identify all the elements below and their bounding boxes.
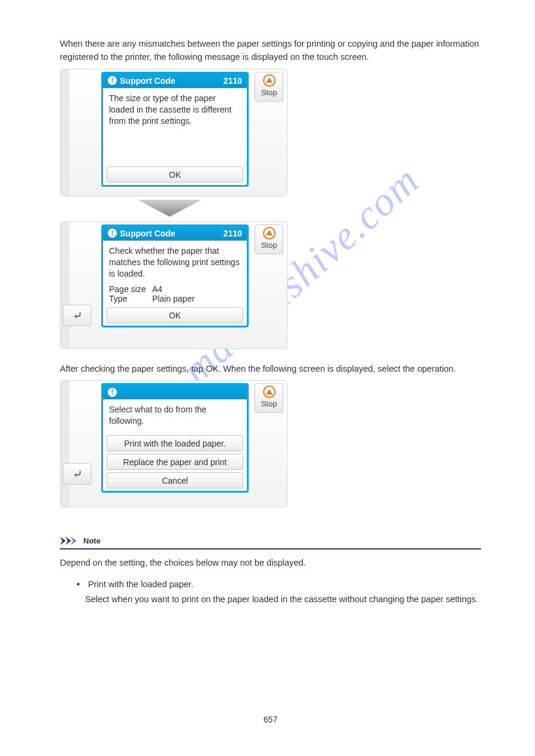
modal-title-bar: ! Support Code 2110 bbox=[103, 226, 247, 241]
stop-button[interactable]: Stop bbox=[255, 72, 283, 102]
option-cancel[interactable]: Cancel bbox=[107, 472, 243, 488]
back-button[interactable]: ⤶ bbox=[63, 463, 92, 485]
screen-left-band bbox=[61, 381, 69, 507]
option-heading-text: Print with the loaded paper. bbox=[88, 579, 194, 589]
note-label: Note bbox=[83, 536, 101, 545]
alert-icon: ! bbox=[108, 76, 117, 85]
page-number: 657 bbox=[60, 715, 481, 724]
stop-button[interactable]: Stop bbox=[255, 224, 283, 254]
stop-label: Stop bbox=[261, 241, 277, 250]
info-key: Page size bbox=[109, 284, 152, 294]
modal-info-block: Page size A4 Type Plain paper bbox=[103, 283, 247, 307]
note-block: Note Depend on the setting, the choices … bbox=[60, 535, 481, 567]
mid-instruction: After checking the paper settings, tap O… bbox=[60, 362, 481, 375]
note-body: Depend on the setting, the choices below… bbox=[60, 558, 481, 567]
note-rule bbox=[60, 548, 481, 549]
printer-screen-3: ! Select what to do from the following. … bbox=[60, 380, 288, 508]
down-arrow-icon bbox=[138, 200, 210, 218]
modal-message: Select what to do from the following. bbox=[103, 399, 247, 430]
stop-label: Stop bbox=[261, 88, 277, 97]
stop-icon bbox=[263, 227, 276, 239]
back-button[interactable]: ⤶ bbox=[63, 305, 92, 326]
info-key: Type bbox=[109, 294, 152, 303]
svg-marker-0 bbox=[138, 200, 201, 217]
modal-title-bar: ! bbox=[103, 385, 247, 399]
modal-message: Check whether the paper that matches the… bbox=[103, 241, 247, 283]
option-replace-print[interactable]: Replace the paper and print bbox=[107, 454, 243, 470]
support-code: 2110 bbox=[223, 74, 242, 88]
bullet-icon: • bbox=[77, 579, 80, 589]
screen-left-band bbox=[61, 69, 69, 196]
stop-icon bbox=[263, 385, 276, 398]
ok-button[interactable]: OK bbox=[107, 307, 243, 323]
modal-title-text: Support Code bbox=[120, 226, 176, 241]
info-value: A4 bbox=[152, 284, 162, 294]
support-code: 2110 bbox=[223, 226, 242, 241]
intro-text: When there are any mismatches between th… bbox=[60, 37, 481, 64]
printer-screen-2: ! Support Code 2110 Check whether the pa… bbox=[60, 221, 288, 349]
alert-icon: ! bbox=[108, 388, 117, 397]
modal-panel: ! Support Code 2110 The size or type of … bbox=[101, 72, 249, 187]
modal-message: The size or type of the paper loaded in … bbox=[103, 88, 247, 130]
option-heading: • Print with the loaded paper. bbox=[77, 579, 481, 589]
modal-panel: ! Support Code 2110 Check whether the pa… bbox=[101, 224, 249, 327]
note-chevrons-icon: Note bbox=[60, 535, 481, 546]
screen-left-band bbox=[61, 222, 69, 348]
modal-panel: ! Select what to do from the following. … bbox=[101, 383, 249, 493]
stop-label: Stop bbox=[261, 399, 277, 408]
info-value: Plain paper bbox=[152, 294, 195, 303]
stop-button[interactable]: Stop bbox=[255, 383, 283, 413]
printer-screen-1: ! Support Code 2110 The size or type of … bbox=[60, 69, 288, 196]
info-row: Type Plain paper bbox=[109, 294, 241, 303]
modal-title-bar: ! Support Code 2110 bbox=[103, 74, 247, 88]
ok-button[interactable]: OK bbox=[107, 166, 243, 183]
modal-title-text: Support Code bbox=[120, 74, 176, 88]
option-print-loaded[interactable]: Print with the loaded paper. bbox=[107, 435, 243, 451]
info-row: Page size A4 bbox=[109, 284, 241, 294]
alert-icon: ! bbox=[108, 229, 117, 238]
stop-icon bbox=[263, 74, 276, 87]
option-description: Select when you want to print on the pap… bbox=[85, 593, 481, 606]
